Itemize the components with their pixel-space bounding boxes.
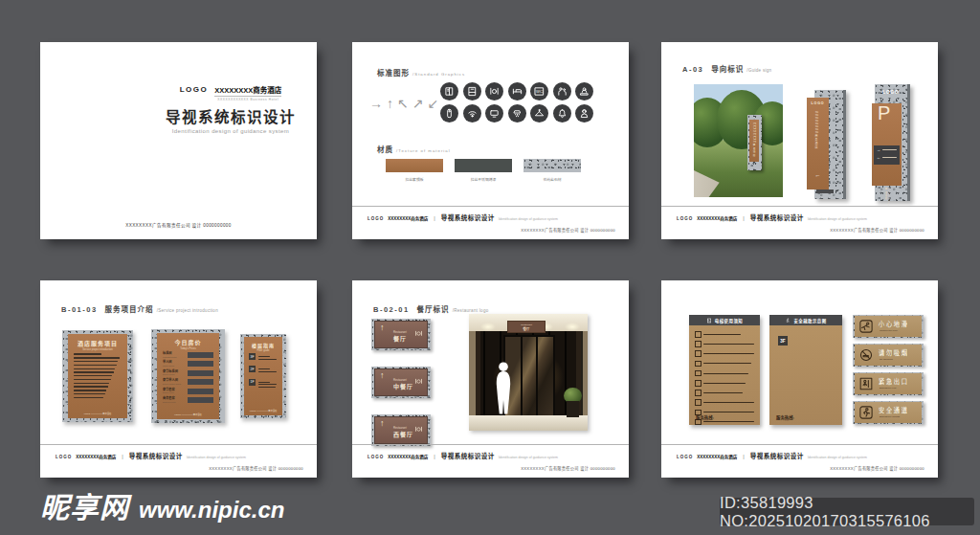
restaurant-icon (485, 82, 503, 100)
material-swatch-steel (455, 159, 512, 172)
watermark-url: www.nipic.cn (139, 497, 284, 524)
bed-icon (508, 82, 526, 100)
floor-guide-board: 楼层指南 Floor guide 3F 2F 1F LOGO XXXXXXXX商… (240, 334, 286, 418)
price-row: 豪华套房Deluxe Suite (163, 389, 213, 394)
floor-badge: 3F (778, 336, 788, 346)
price-row: 单人间Single Room (163, 361, 213, 367)
evacuation-icon (785, 318, 791, 323)
logo-text: LOGO (180, 84, 209, 94)
material-swatch-granite (523, 159, 581, 172)
wifi-icon (463, 104, 481, 123)
floor-row: 3F (249, 353, 278, 361)
guide-heading: A-03导向标识 /Guide sign (682, 63, 771, 74)
graphics-sheet: 标准图形 /Standard Graphics →↑↖↗↙ WC 材质 /Tex… (352, 42, 629, 239)
restaurant-sheet: B-02-01餐厅标识 /Restaurant logo ↑ Restauran… (352, 280, 629, 478)
left-arrow-icon: ← (807, 172, 829, 178)
evacuation-board: 安全疏散示意图 3F 服务热线: (769, 315, 842, 425)
reception-icon (575, 82, 593, 100)
bell-icon (553, 104, 571, 123)
cover-brand-block: LOGO XXXXXXXX商务酒店 XXXXXXXXXXXX Business … (166, 84, 296, 134)
right-arrow-icon: → (877, 147, 880, 152)
board-header: 电梯使用须知 (689, 315, 760, 325)
direction-arrows: →↑↖↗↙ (369, 96, 442, 111)
svg-text:WC: WC (536, 89, 543, 94)
cover-company-line: XXXXXXXX广告有限责任公司 设计 0000000000 (40, 222, 317, 228)
parking-letter: P (878, 103, 890, 123)
price-row: 标准间Standard Room (163, 352, 213, 358)
directory-icon (440, 82, 458, 100)
parking-sign-mockup: LOGO P → ← XXXXXXXX商务酒店 (872, 84, 910, 203)
no-smoking-icon (859, 348, 873, 366)
watermark: 昵享网 www.nipic.cn (40, 484, 284, 526)
price-rows: 标准间Standard Room 单人间Single Room 豪华标准间Del… (163, 352, 213, 406)
image-id-badge: ID:35819993 NO:20251020170315576106 (720, 498, 974, 525)
emergency-exit-sign: 紧急出口 Emergency exit (853, 372, 924, 395)
hotel-name-en: XXXXXXXXXXXX Business Hotel (214, 96, 281, 101)
restaurant-sign: ↑ Restaurant 中餐厅 (371, 367, 431, 398)
caution-slippery-sign: 小心地滑 Caution wet floor (853, 315, 924, 338)
page-footer: LOGO XXXXXXXX商务酒店 | 导视系统标识设计 Identificat… (352, 444, 629, 479)
restaurant-icon (414, 324, 423, 342)
sign-logo: LOGO (807, 101, 829, 105)
no-smoking-sign: 请勿吸烟 No Smoking (853, 344, 924, 367)
service-items-board: 酒店服务项目 Service project introduction LOGO… (62, 330, 133, 422)
cover-sheet: LOGO XXXXXXXX商务酒店 XXXXXXXXXXXX Business … (40, 42, 317, 239)
left-arrow-icon: ← (877, 155, 880, 160)
guide-sign-sheet: A-03导向标识 /Guide sign XXXXXXXX商务酒店 LOGO X… (661, 42, 938, 239)
park-photo: XXXXXXXX商务酒店 (694, 84, 783, 197)
cover-title-en: Identification design of guidance system (166, 128, 296, 134)
shower-icon (508, 104, 526, 123)
sign-logo: LOGO (875, 90, 907, 95)
service-heading: B-01-03服务项目介绍 /Service project introduct… (61, 303, 218, 314)
price-row: 豪华标准间Deluxe Room (163, 370, 213, 376)
page-footer: LOGO XXXXXXXX商务酒店 | 导视系统标识设计 Identificat… (40, 444, 317, 479)
pictogram-grid: WC (440, 82, 593, 123)
restaurant-icon (414, 420, 423, 437)
cover-title: 导视系统标识设计 (166, 105, 296, 126)
restaurant-sign: ↑ Restaurant 西餐厅 (371, 414, 431, 446)
room-price-board: 今日房价 Today's Prices 标准间Standard Room 单人间… (151, 329, 225, 423)
page-footer: LOGO XXXXXXXX商务酒店 | 导视系统标识设计 Identificat… (661, 206, 938, 240)
up-arrow-icon: ↑ (380, 418, 385, 428)
entrance-photo: Restaurant 餐厅 (469, 314, 588, 431)
service-text-lines (74, 351, 122, 409)
service-sheet: B-01-03服务项目介绍 /Service project introduct… (40, 280, 317, 478)
elevator-notice-board: 电梯使用须知 服务热线: (689, 315, 760, 425)
direction-plate: → ← (874, 145, 900, 165)
hotel-name: XXXXXXXX商务酒店 (214, 84, 281, 95)
safe-passage-icon (859, 406, 873, 423)
up-arrow-icon: ↑ (380, 370, 385, 380)
door-tag-icon (440, 104, 458, 123)
concierge-icon (575, 104, 593, 123)
safe-passage-sign: 安全通道 Emergency access (853, 401, 924, 424)
page-footer: LOGO XXXXXXXX商务酒店 | 导视系统标识设计 Identificat… (661, 444, 938, 479)
materials-heading: 材质 /Texture of material (377, 144, 451, 154)
price-row: 豪华单人间Deluxe Single Room (163, 379, 213, 385)
emergency-exit-icon (859, 377, 873, 394)
graphics-heading: 标准图形 /Standard Graphics (377, 67, 465, 78)
guest-service-icon (553, 82, 571, 100)
floor-row: 2F (249, 366, 278, 373)
walkway (694, 165, 738, 197)
notice-rows (695, 331, 754, 410)
wc-icon: WC (530, 82, 548, 100)
price-row: 商务套房Business Suite (163, 397, 213, 403)
material-label: 拉丝紫铜板 (386, 177, 443, 182)
slip-caution-icon (859, 320, 873, 337)
material-swatch-copper (386, 159, 443, 172)
floor-rows: 3F 2F 1F (249, 353, 278, 394)
minibar-icon (463, 82, 481, 100)
floor-row: 1F (249, 379, 278, 390)
watermark-site-name: 昵享网 (40, 484, 129, 526)
sign-vertical-text: XXXXXXXX商务酒店 (814, 111, 818, 167)
elevator-icon (706, 318, 712, 323)
restaurant-icon (414, 372, 423, 390)
material-label: 拉丝不锈钢烤漆 (455, 177, 512, 182)
material-label: 花岗岩石材 (523, 177, 581, 182)
safety-sheet: 电梯使用须知 服务热线: 安全疏散示意图 3F 服务热线: 小心地滑 (661, 280, 938, 478)
restaurant-heading: B-02-01餐厅标识 /Restaurant logo (373, 303, 489, 314)
person-silhouette (492, 360, 515, 421)
cloakroom-icon (530, 104, 548, 123)
door-restaurant-sign: Restaurant 餐厅 (507, 321, 546, 333)
guide-sign-mockup: LOGO XXXXXXXX商务酒店 ← (807, 88, 851, 201)
